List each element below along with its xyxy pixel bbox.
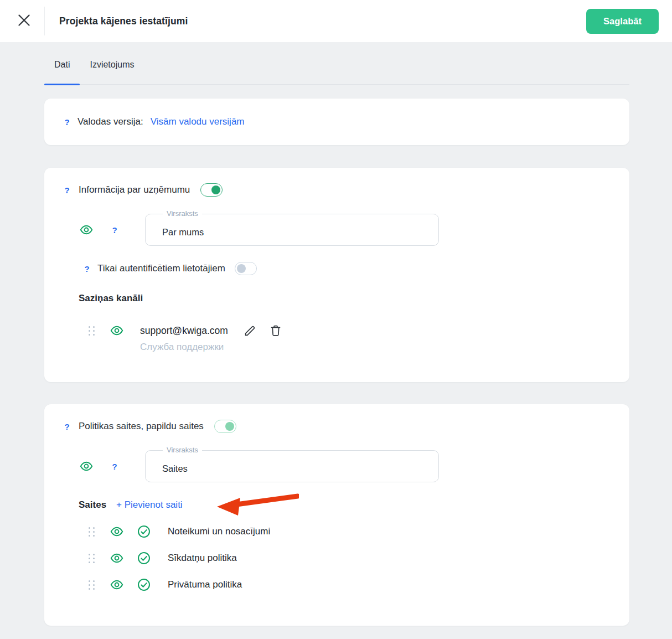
link-label: Noteikumi un nosacījumi bbox=[168, 526, 270, 537]
policy-links-card: ? Politikas saites, papildu saites ? Vir… bbox=[44, 404, 629, 626]
topbar-divider bbox=[44, 7, 45, 35]
link-label: Privātuma politika bbox=[168, 579, 242, 590]
company-title-field-row: ? Virsraksts bbox=[64, 214, 610, 246]
tab-dati[interactable]: Dati bbox=[44, 53, 80, 84]
channels-section-title: Saziņas kanāli bbox=[79, 293, 610, 304]
company-title-field: Virsraksts bbox=[145, 214, 439, 246]
company-card-header: ? Informācija par uzņēmumu bbox=[64, 183, 610, 197]
add-link-button[interactable]: + Pievienot saiti bbox=[116, 499, 183, 511]
link-item: Sīkdatņu politika bbox=[87, 551, 610, 565]
active-check-icon[interactable] bbox=[137, 578, 151, 592]
company-toggle[interactable] bbox=[200, 183, 223, 197]
company-info-card: ? Informācija par uzņēmumu ? Virsraksts … bbox=[44, 168, 629, 382]
help-icon[interactable]: ? bbox=[64, 185, 70, 195]
language-version-link[interactable]: Visām valodu versijām bbox=[151, 116, 245, 127]
drag-handle[interactable] bbox=[87, 526, 96, 538]
active-check-icon[interactable] bbox=[137, 551, 151, 565]
channel-email: support@kwiga.com bbox=[140, 322, 228, 339]
channel-text: support@kwiga.com Служба поддержки bbox=[140, 322, 228, 355]
tab-bar: Dati Izvietojums bbox=[44, 53, 629, 85]
help-icon[interactable]: ? bbox=[111, 225, 118, 235]
link-item: Privātuma politika bbox=[87, 578, 610, 592]
link-label: Sīkdatņu politika bbox=[168, 553, 237, 564]
language-version-card: ? Valodas versija: Visām valodu versijām bbox=[44, 99, 629, 145]
field-label: Virsraksts bbox=[163, 446, 202, 454]
links-title-input[interactable] bbox=[145, 450, 439, 482]
close-button[interactable] bbox=[11, 8, 37, 34]
edit-pencil-icon[interactable] bbox=[244, 324, 257, 337]
policy-links-toggle[interactable] bbox=[214, 420, 236, 433]
help-icon[interactable]: ? bbox=[64, 422, 70, 431]
close-icon bbox=[17, 13, 32, 29]
save-button[interactable]: Saglabāt bbox=[586, 9, 659, 34]
auth-only-toggle[interactable] bbox=[235, 262, 257, 275]
field-label: Virsraksts bbox=[163, 209, 202, 218]
visibility-eye-icon[interactable] bbox=[109, 525, 125, 538]
company-title-input[interactable] bbox=[145, 214, 439, 246]
toggle-knob bbox=[237, 264, 246, 273]
visibility-eye-icon[interactable] bbox=[79, 460, 94, 473]
channel-row: support@kwiga.com Служба поддержки bbox=[87, 322, 610, 355]
auth-only-label: Tikai autentificētiem lietotājiem bbox=[97, 263, 225, 274]
drag-handle[interactable] bbox=[87, 579, 96, 591]
channel-description: Служба поддержки bbox=[140, 339, 228, 355]
company-card-title: Informācija par uzņēmumu bbox=[79, 184, 190, 195]
visibility-eye-icon[interactable] bbox=[109, 324, 125, 337]
language-version-label: Valodas versija: bbox=[77, 116, 143, 127]
links-title-field: Virsraksts bbox=[145, 450, 439, 482]
page-title: Projekta kājenes iestatījumi bbox=[59, 16, 188, 27]
delete-trash-icon[interactable] bbox=[269, 324, 282, 337]
visibility-eye-icon[interactable] bbox=[79, 223, 94, 236]
help-icon[interactable]: ? bbox=[84, 264, 90, 274]
topbar: Projekta kājenes iestatījumi Saglabāt bbox=[0, 0, 672, 42]
links-section-title: Saites bbox=[79, 499, 106, 511]
links-card-header: ? Politikas saites, papildu saites bbox=[64, 420, 610, 433]
drag-handle[interactable] bbox=[87, 325, 96, 337]
auth-only-row: ? Tikai autentificētiem lietotājiem bbox=[84, 262, 610, 275]
toggle-knob bbox=[225, 422, 234, 431]
links-header-row: Saites + Pievienot saiti bbox=[79, 498, 610, 512]
visibility-eye-icon[interactable] bbox=[109, 578, 125, 591]
active-check-icon[interactable] bbox=[137, 524, 151, 539]
visibility-eye-icon[interactable] bbox=[109, 552, 125, 565]
drag-handle[interactable] bbox=[87, 553, 96, 564]
red-arrow-annotation bbox=[216, 493, 299, 518]
help-icon[interactable]: ? bbox=[111, 462, 118, 471]
link-item: Noteikumi un nosacījumi bbox=[87, 524, 610, 539]
links-card-title: Politikas saites, papildu saites bbox=[79, 421, 204, 432]
help-icon[interactable]: ? bbox=[64, 117, 70, 127]
tab-izvietojums[interactable]: Izvietojums bbox=[80, 53, 144, 84]
toggle-knob bbox=[211, 185, 220, 194]
links-title-field-row: ? Virsraksts bbox=[64, 450, 610, 482]
